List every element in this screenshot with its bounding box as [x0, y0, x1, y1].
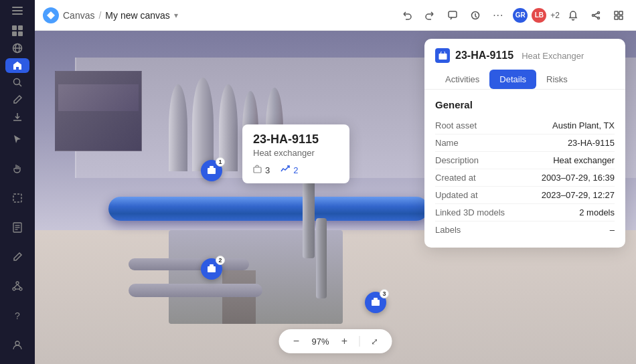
- marker-3[interactable]: 3: [365, 292, 386, 313]
- svg-point-24: [15, 341, 19, 345]
- detail-value: 2 models: [579, 207, 615, 217]
- canvas-area[interactable]: 23-HA-9115 Heat exchanger 3 2: [35, 31, 636, 364]
- avatar-lb: LB: [530, 7, 548, 24]
- nav-icon-hand[interactable]: [5, 157, 29, 181]
- nav-icon-note[interactable]: [5, 215, 29, 240]
- nav-icon-search[interactable]: [5, 76, 29, 90]
- nav-icon-grid[interactable]: [5, 23, 29, 38]
- svg-line-31: [594, 15, 597, 17]
- detail-row: Updated at2023–07-29, 12:27: [435, 187, 615, 204]
- stairs: [222, 270, 256, 324]
- tooltip-stat-trend: 2: [281, 165, 298, 175]
- detail-row: Created at2003–07-29, 16:39: [435, 169, 615, 187]
- zoom-in-button[interactable]: +: [337, 333, 353, 349]
- svg-rect-32: [615, 11, 618, 15]
- gray-pipe-1: [129, 284, 262, 297]
- svg-rect-6: [18, 31, 23, 36]
- svg-rect-3: [12, 25, 17, 30]
- svg-point-20: [19, 288, 22, 290]
- breadcrumb-chevron[interactable]: ▾: [174, 11, 178, 20]
- nav-icon-nodes[interactable]: [5, 274, 29, 298]
- gray-pipe-2: [129, 258, 249, 270]
- tab-activities[interactable]: Activities: [435, 70, 489, 89]
- asset-tooltip: 23-HA-9115 Heat exchanger 3 2: [242, 124, 349, 183]
- breadcrumb-separator: /: [98, 10, 101, 21]
- nav-toggle-button[interactable]: [5, 5, 29, 17]
- marker-2[interactable]: 2: [201, 258, 222, 280]
- breadcrumb-canvas-name[interactable]: My new canvas: [105, 10, 169, 21]
- svg-rect-36: [254, 167, 261, 173]
- app-logo: [43, 7, 59, 23]
- panel-header: 23-HA-9115 Heat Exchanger: [424, 39, 625, 63]
- svg-point-28: [592, 14, 594, 16]
- nav-icon-person[interactable]: [5, 333, 29, 357]
- tab-risks[interactable]: Risks: [536, 70, 578, 89]
- curved-pipe-right: [316, 218, 327, 298]
- tooltip-trend-count: 2: [293, 165, 298, 175]
- tooltip-stat-work: 3: [253, 165, 270, 175]
- svg-rect-1: [12, 10, 23, 11]
- tooltip-work-count: 3: [265, 165, 270, 175]
- scene-left-building: [55, 71, 142, 151]
- section-general-title: General: [435, 99, 615, 110]
- left-navigation: ?: [0, 0, 35, 364]
- detail-label: Labels: [435, 225, 461, 235]
- nav-icon-pen[interactable]: [5, 245, 29, 269]
- marker-1[interactable]: 1: [201, 160, 222, 181]
- detail-label: Updated at: [435, 190, 478, 200]
- avatar-gr: GR: [511, 7, 529, 24]
- tab-details[interactable]: Details: [489, 70, 536, 89]
- detail-row: Linked 3D models2 models: [435, 204, 615, 221]
- svg-rect-0: [12, 7, 23, 8]
- detail-value: 2003–07-29, 16:39: [542, 173, 615, 183]
- detail-rows-container: Root assetAustin Plant, TXName23-HA-9115…: [435, 117, 615, 238]
- detail-value: Heat exchanger: [553, 155, 615, 165]
- comment-button[interactable]: [443, 6, 462, 25]
- nav-icon-globe[interactable]: [5, 41, 29, 56]
- detail-label: Name: [435, 138, 459, 148]
- nav-icon-download[interactable]: [5, 110, 29, 124]
- detail-label: Linked 3D models: [435, 207, 505, 217]
- detail-value: –: [610, 225, 615, 235]
- briefcase-icon: [253, 165, 262, 175]
- svg-rect-4: [18, 25, 23, 30]
- nav-icon-select[interactable]: [5, 186, 29, 210]
- nav-icon-home[interactable]: [5, 58, 29, 73]
- share-button[interactable]: [586, 6, 605, 25]
- history-button[interactable]: [466, 6, 485, 25]
- svg-rect-25: [449, 11, 457, 17]
- panel-body: General Root assetAustin Plant, TXName23…: [424, 90, 625, 248]
- main-area: Canvas / My new canvas ▾ ··· GR LB: [35, 0, 636, 364]
- svg-rect-35: [619, 16, 623, 19]
- notifications-button[interactable]: [564, 6, 582, 25]
- fit-screen-button[interactable]: ⤢: [367, 333, 383, 349]
- avatar-group: GR LB +2: [511, 7, 560, 24]
- zoom-toolbar: − 97% + ⤢: [279, 329, 392, 353]
- detail-value: Austin Plant, TX: [552, 120, 615, 130]
- breadcrumb-canvas-link[interactable]: Canvas: [63, 10, 94, 21]
- avatar-count: +2: [550, 11, 560, 20]
- svg-point-29: [598, 17, 600, 19]
- tank-1: [169, 84, 187, 171]
- redo-button[interactable]: [420, 6, 439, 25]
- nav-icon-cursor[interactable]: [5, 127, 29, 151]
- blue-pipe-main: [108, 197, 428, 221]
- panel-asset-type: Heat Exchanger: [522, 51, 584, 61]
- undo-button[interactable]: [398, 6, 416, 25]
- more-button[interactable]: ···: [489, 6, 507, 25]
- nav-icon-help[interactable]: ?: [5, 304, 29, 328]
- tooltip-stats: 3 2: [253, 165, 339, 175]
- tooltip-asset-id: 23-HA-9115: [253, 132, 339, 147]
- svg-rect-39: [372, 300, 380, 306]
- panel-asset-id: 23-HA-9115: [455, 50, 513, 62]
- detail-row: DescriptionHeat exchanger: [435, 152, 615, 169]
- svg-rect-33: [619, 11, 623, 15]
- nav-icon-edit[interactable]: [5, 92, 29, 107]
- detail-label: Created at: [435, 173, 476, 183]
- zoom-value-display: 97%: [310, 337, 331, 347]
- grid-view-button[interactable]: [609, 6, 628, 25]
- detail-value: 23-HA-9115: [568, 138, 615, 148]
- zoom-out-button[interactable]: −: [289, 333, 305, 349]
- tooltip-asset-type: Heat exchanger: [253, 148, 339, 158]
- asset-detail-panel: 23-HA-9115 Heat Exchanger Activities Det…: [424, 39, 625, 248]
